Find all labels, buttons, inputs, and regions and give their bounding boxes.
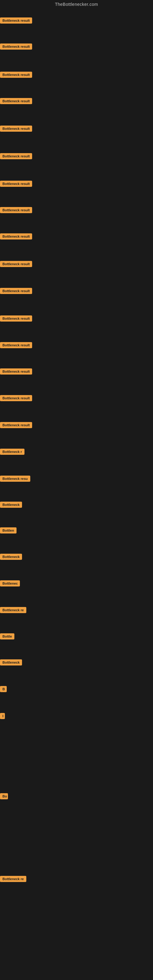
bottleneck-badge-28: Bo — [0, 793, 8, 799]
bottleneck-badge-18: Bottleneck resu — [0, 476, 30, 482]
bottleneck-badge-14: Bottleneck result — [0, 368, 32, 375]
bottleneck-item-9: Bottleneck result — [0, 233, 32, 241]
bottleneck-item-23: Bottleneck re — [0, 607, 26, 614]
bottleneck-badge-26: B — [0, 686, 7, 692]
bottleneck-item-11: Bottleneck result — [0, 288, 32, 295]
bottleneck-item-7: Bottleneck result — [0, 181, 32, 188]
bottleneck-item-19: Bottleneck — [0, 502, 22, 509]
bottleneck-badge-4: Bottleneck result — [0, 98, 32, 104]
bottleneck-badge-1: Bottleneck result — [0, 18, 32, 24]
bottleneck-item-4: Bottleneck result — [0, 98, 32, 105]
bottleneck-badge-15: Bottleneck result — [0, 395, 32, 401]
bottleneck-badge-9: Bottleneck result — [0, 233, 32, 240]
bottleneck-item-21: Bottleneck — [0, 554, 22, 561]
bottleneck-item-18: Bottleneck resu — [0, 476, 30, 483]
bottleneck-item-1: Bottleneck result — [0, 18, 32, 25]
bottleneck-badge-11: Bottleneck result — [0, 288, 32, 294]
bottleneck-badge-17: Bottleneck r — [0, 449, 24, 455]
bottleneck-item-20: Bottlen — [0, 527, 16, 535]
bottleneck-item-3: Bottleneck result — [0, 72, 32, 79]
bottleneck-item-25: Bottleneck — [0, 659, 22, 667]
bottleneck-item-28: Bo — [0, 793, 8, 800]
bottleneck-item-5: Bottleneck result — [0, 126, 32, 133]
site-title: TheBottlenecker.com — [0, 0, 153, 8]
bottleneck-badge-16: Bottleneck result — [0, 422, 32, 428]
bottleneck-badge-3: Bottleneck result — [0, 72, 32, 78]
bottleneck-item-12: Bottleneck result — [0, 315, 32, 323]
bottleneck-badge-20: Bottlen — [0, 527, 16, 533]
bottleneck-badge-25: Bottleneck — [0, 659, 22, 665]
bottleneck-badge-5: Bottleneck result — [0, 126, 32, 132]
bottleneck-badge-13: Bottleneck result — [0, 342, 32, 348]
bottleneck-badge-21: Bottleneck — [0, 554, 22, 560]
bottleneck-item-29: Bottleneck re — [0, 876, 26, 883]
bottleneck-item-13: Bottleneck result — [0, 342, 32, 350]
bottleneck-badge-29: Bottleneck re — [0, 876, 26, 882]
bottleneck-badge-10: Bottleneck result — [0, 261, 32, 267]
bottleneck-badge-22: Bottlenec — [0, 580, 20, 587]
bottleneck-badge-19: Bottleneck — [0, 502, 22, 508]
bottleneck-badge-2: Bottleneck result — [0, 43, 32, 49]
bottleneck-item-8: Bottleneck result — [0, 207, 32, 215]
bottleneck-badge-8: Bottleneck result — [0, 207, 32, 213]
bottleneck-badge-27: I — [0, 713, 5, 719]
bottleneck-item-24: Bottle — [0, 633, 14, 641]
bottleneck-item-16: Bottleneck result — [0, 422, 32, 430]
bottleneck-item-6: Bottleneck result — [0, 153, 32, 161]
bottleneck-item-14: Bottleneck result — [0, 368, 32, 376]
bottleneck-item-17: Bottleneck r — [0, 449, 24, 456]
bottleneck-badge-23: Bottleneck re — [0, 607, 26, 613]
bottleneck-item-26: B — [0, 686, 7, 694]
bottleneck-badge-7: Bottleneck result — [0, 181, 32, 187]
bottleneck-item-10: Bottleneck result — [0, 261, 32, 268]
bottleneck-badge-12: Bottleneck result — [0, 315, 32, 321]
bottleneck-item-22: Bottlenec — [0, 580, 20, 588]
bottleneck-item-2: Bottleneck result — [0, 43, 32, 51]
bottleneck-badge-6: Bottleneck result — [0, 153, 32, 159]
bottleneck-badge-24: Bottle — [0, 633, 14, 640]
bottleneck-item-27: I — [0, 713, 5, 720]
bottleneck-item-15: Bottleneck result — [0, 395, 32, 402]
